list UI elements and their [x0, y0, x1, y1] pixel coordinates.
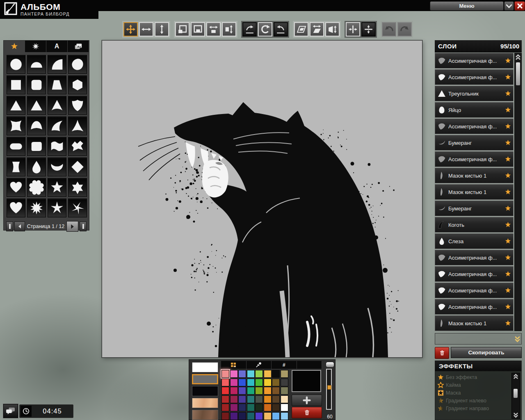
shape-arch[interactable]: [27, 116, 46, 135]
color-cell-34[interactable]: [230, 404, 238, 411]
color-cell-5[interactable]: [255, 370, 263, 378]
palette-tab-palette[interactable]: [221, 361, 247, 369]
tab-text[interactable]: A: [46, 41, 68, 52]
swatch-brown-texture[interactable]: [192, 410, 218, 420]
tool-rotate-left-button[interactable]: [242, 22, 257, 37]
layer-star-icon[interactable]: [505, 107, 511, 113]
last-page-button[interactable]: [80, 221, 87, 231]
color-cell-19[interactable]: [238, 387, 246, 395]
shape-triangle[interactable]: [7, 96, 25, 115]
color-cell-3[interactable]: [238, 370, 246, 378]
tool-scale-vertical-button[interactable]: [222, 22, 236, 37]
tab-shapes[interactable]: [4, 41, 25, 52]
layer-star-icon[interactable]: [505, 57, 511, 64]
shape-star-6[interactable]: [68, 178, 87, 197]
shape-dome[interactable]: [27, 55, 46, 74]
shape-star-5[interactable]: [48, 178, 66, 197]
color-cell-12[interactable]: [247, 379, 255, 386]
color-cell-28[interactable]: [247, 395, 255, 403]
color-cell-47[interactable]: [272, 412, 280, 420]
swatch-white[interactable]: [192, 362, 218, 372]
color-cell-29[interactable]: [255, 395, 263, 403]
color-cell-26[interactable]: [230, 395, 238, 403]
shape-burst-10[interactable]: [27, 199, 46, 217]
scroll-down-icon[interactable]: [514, 334, 521, 344]
color-cell-33[interactable]: [221, 404, 229, 411]
color-cell-8[interactable]: [281, 370, 288, 378]
effect-4[interactable]: Градиент налево: [438, 397, 520, 404]
color-cell-39[interactable]: [272, 404, 280, 411]
color-cell-15[interactable]: [272, 379, 280, 386]
slider-thumb[interactable]: [327, 385, 331, 390]
shape-heart[interactable]: [7, 178, 25, 197]
color-cell-1[interactable]: [221, 370, 229, 378]
color-cell-16[interactable]: [281, 379, 288, 386]
layer-star-icon[interactable]: [505, 287, 511, 294]
shape-pillar[interactable]: [7, 158, 25, 176]
color-cell-32[interactable]: [281, 395, 288, 403]
effect-3[interactable]: Маска: [438, 389, 520, 397]
layer-item-9[interactable]: Мазок кистью 1: [435, 184, 514, 200]
tool-scale-corner-b-button[interactable]: [191, 22, 205, 37]
layer-item-6[interactable]: Бумеранг: [435, 135, 514, 151]
tool-flip-vertical-button[interactable]: [361, 22, 376, 37]
shape-square[interactable]: [7, 75, 25, 94]
tool-flip-horizontal-button[interactable]: [346, 22, 360, 37]
effects-scroll-thumb[interactable]: [514, 389, 518, 398]
layer-star-icon[interactable]: [505, 172, 511, 179]
color-cell-24[interactable]: [281, 387, 288, 395]
shape-crescent[interactable]: [48, 158, 66, 176]
delete-color-button[interactable]: [292, 407, 322, 418]
shape-blob[interactable]: [68, 55, 87, 74]
color-cell-42[interactable]: [230, 412, 238, 420]
color-cell-10[interactable]: [230, 379, 238, 386]
layers-scroll-thumb[interactable]: [516, 62, 520, 85]
layer-star-icon[interactable]: [505, 238, 511, 244]
swatch-peach-texture[interactable]: [192, 398, 218, 408]
shape-circle[interactable]: [7, 55, 25, 74]
shape-jagged[interactable]: [68, 137, 87, 156]
drawing-canvas[interactable]: [102, 40, 422, 358]
color-cell-45[interactable]: [255, 412, 263, 420]
color-cell-46[interactable]: [264, 412, 272, 420]
layer-item-11[interactable]: Коготь: [435, 217, 514, 233]
palette-tab-empty[interactable]: [297, 361, 322, 369]
effect-1[interactable]: Без эффекта: [438, 373, 520, 381]
color-cell-41[interactable]: [221, 412, 229, 420]
shape-pillow[interactable]: [7, 116, 25, 135]
menu-caret-button[interactable]: [504, 1, 514, 11]
shape-flower[interactable]: [27, 178, 46, 197]
color-cell-38[interactable]: [264, 404, 272, 411]
layer-star-icon[interactable]: [505, 123, 511, 130]
tab-images[interactable]: [68, 41, 89, 52]
shape-shield[interactable]: [68, 96, 87, 115]
effects-scroll-up-icon[interactable]: [512, 374, 519, 380]
layer-star-icon[interactable]: [505, 254, 511, 261]
shape-triangle-soft[interactable]: [27, 96, 46, 115]
color-cell-40[interactable]: [281, 404, 288, 411]
layer-item-7[interactable]: Ассиметричная ф...: [435, 151, 514, 167]
layer-star-icon[interactable]: [505, 90, 511, 97]
shape-three-point-star[interactable]: [68, 116, 87, 135]
layer-item-2[interactable]: Ассиметричная ф...: [435, 69, 514, 85]
color-cell-6[interactable]: [264, 370, 272, 378]
color-cell-4[interactable]: [247, 370, 255, 378]
palette-tab-eyedropper[interactable]: [247, 361, 272, 369]
menu-button[interactable]: Меню: [430, 1, 504, 11]
layer-star-icon[interactable]: [505, 304, 511, 310]
color-cell-18[interactable]: [230, 387, 238, 395]
layer-star-icon[interactable]: [505, 156, 511, 162]
color-cell-25[interactable]: [221, 395, 229, 403]
layer-item-5[interactable]: Ассиметричная ф...: [435, 119, 514, 134]
tool-skew-button[interactable]: [294, 22, 308, 37]
layer-item-10[interactable]: Бумеранг: [435, 201, 514, 216]
tool-rotate-free-button[interactable]: [258, 22, 272, 37]
tool-scale-horizontal-button[interactable]: [206, 22, 221, 37]
shape-fin[interactable]: [48, 116, 66, 135]
slider-track[interactable]: [326, 369, 332, 410]
color-cell-11[interactable]: [238, 379, 246, 386]
color-cell-35[interactable]: [238, 404, 246, 411]
color-cell-31[interactable]: [272, 395, 280, 403]
color-cell-36[interactable]: [247, 404, 255, 411]
layer-item-15[interactable]: Ассиметричная ф...: [435, 283, 514, 298]
